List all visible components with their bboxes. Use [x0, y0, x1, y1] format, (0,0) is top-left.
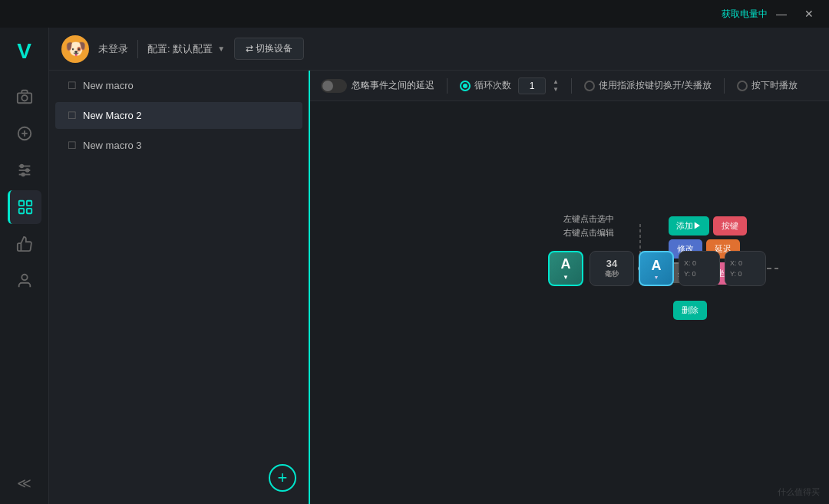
minimize-button[interactable]: — [771, 5, 792, 22]
macro-list-panel: ☐ New macro ☐ New Macro 2 ☐ New macro 3 … [49, 71, 310, 504]
sidebar-item-equalizer[interactable] [8, 153, 41, 187]
sidebar-item-dpi[interactable] [8, 117, 41, 150]
macro-canvas: 左键点击选中 右键点击编辑 添加▶ 按键 [310, 101, 829, 504]
svg-point-9 [25, 169, 28, 172]
header-bar: 🐶 未登录 配置: 默认配置 ▼ ⇄ 切换设备 [49, 28, 829, 71]
sidebar-item-camera[interactable] [8, 80, 41, 114]
macro-item[interactable]: ☐ New Macro 2 [55, 102, 302, 129]
options-divider-3 [724, 78, 725, 94]
node-key-a2[interactable]: A ▼ [639, 251, 674, 286]
hold-play-option[interactable]: 按下时播放 [737, 79, 798, 92]
toggle-knob [322, 81, 333, 91]
loop-increment[interactable]: ▲ [553, 78, 559, 86]
toggle-play-label: 使用指派按键切换开/关播放 [599, 79, 712, 92]
delete-button[interactable]: 删除 [673, 301, 707, 320]
svg-point-15 [21, 275, 27, 280]
macro-file-icon: ☐ [68, 80, 77, 91]
user-label: 未登录 [98, 42, 128, 56]
options-divider-2 [571, 78, 572, 94]
config-arrow-icon: ▼ [217, 44, 225, 53]
node-delay[interactable]: 34 毫秒 [590, 251, 634, 286]
toggle-play-radio[interactable] [584, 81, 595, 91]
config-label: 配置: 默认配置 [147, 42, 213, 56]
key-button[interactable]: 按键 [713, 216, 747, 236]
svg-rect-14 [27, 209, 31, 213]
node-coord2[interactable]: X: 0 Y: 0 [725, 251, 766, 286]
canvas-area: 左键点击选中 右键点击编辑 添加▶ 按键 [310, 101, 829, 504]
config-selector[interactable]: 配置: 默认配置 ▼ [147, 42, 225, 56]
macro-item-label: New macro 3 [83, 140, 142, 151]
node-arrow-icon: ▼ [563, 274, 569, 281]
main-content: ☐ New macro ☐ New Macro 2 ☐ New macro 3 … [49, 71, 829, 504]
svg-rect-13 [19, 209, 24, 213]
svg-rect-11 [19, 201, 24, 206]
macro-item-label: New Macro 2 [83, 110, 142, 121]
add-action-button[interactable]: 添加▶ [669, 216, 709, 236]
toggle-play-option[interactable]: 使用指派按键切换开/关播放 [584, 79, 712, 92]
avatar: 🐶 [61, 35, 89, 63]
macro-file-icon: ☐ [68, 110, 77, 121]
options-divider [447, 78, 448, 94]
switch-device-button[interactable]: ⇄ 切换设备 [234, 38, 304, 60]
loop-count-input[interactable] [518, 77, 546, 94]
close-button[interactable]: ✕ [798, 5, 820, 22]
loop-count-option[interactable]: 循环次数 ▲ ▼ [460, 77, 559, 94]
svg-rect-12 [27, 201, 31, 206]
sidebar-collapse[interactable]: ≪ [17, 475, 31, 492]
connector-lines [310, 101, 829, 504]
header-divider [137, 40, 138, 58]
ignore-delay-toggle[interactable]: 忽略事件之间的延迟 [321, 79, 434, 93]
svg-point-10 [21, 173, 25, 176]
loop-decrement[interactable]: ▼ [553, 86, 559, 94]
macro-item-label: New macro [83, 80, 134, 91]
app-logo: V [8, 35, 41, 68]
macro-item[interactable]: ☐ New macro 3 [55, 132, 302, 159]
macro-editor-panel: 忽略事件之间的延迟 循环次数 ▲ ▼ 使用指派按键切换开/关播放 [310, 71, 829, 504]
loop-label: 循环次数 [474, 79, 511, 92]
canvas-tooltip: 左键点击选中 右键点击编辑 [563, 212, 614, 239]
toggle-switch[interactable] [321, 79, 347, 93]
options-bar: 忽略事件之间的延迟 循环次数 ▲ ▼ 使用指派按键切换开/关播放 [310, 71, 829, 101]
node-coord1[interactable]: X: 0 Y: 0 [679, 251, 720, 286]
svg-point-1 [21, 95, 27, 100]
node-a2-sub: ▼ [654, 275, 659, 280]
title-status: 获取电量中 [722, 0, 768, 28]
node-key-a1[interactable]: A ▼ [548, 251, 583, 286]
add-macro-button[interactable]: + [269, 464, 296, 492]
macro-file-icon: ☐ [68, 140, 77, 151]
title-bar: 获取电量中 — ✕ [0, 0, 829, 28]
svg-point-8 [20, 165, 23, 168]
loop-radio[interactable] [460, 81, 471, 91]
macro-item[interactable]: ☐ New macro [55, 72, 302, 99]
hold-play-radio[interactable] [737, 81, 748, 91]
ignore-delay-label: 忽略事件之间的延迟 [352, 79, 434, 92]
sidebar-item-user[interactable] [8, 264, 41, 298]
sidebar: V ≪ [0, 28, 49, 504]
sidebar-item-thumb[interactable] [8, 227, 41, 261]
sidebar-item-macro[interactable] [8, 190, 41, 224]
hold-play-label: 按下时播放 [751, 79, 798, 92]
watermark: 什么值得买 [778, 486, 820, 498]
